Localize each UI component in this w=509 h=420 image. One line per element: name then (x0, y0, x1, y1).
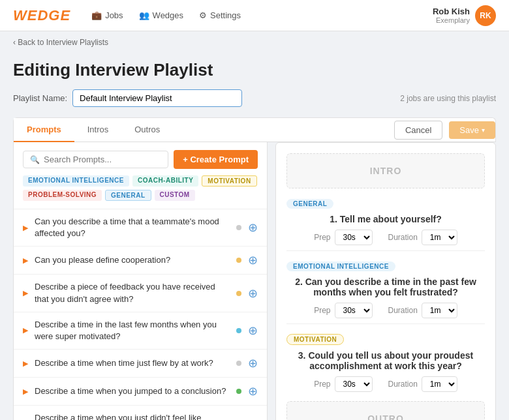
avatar[interactable]: RK (475, 5, 496, 26)
playlist-name-input[interactable] (72, 89, 242, 107)
search-icon: 🔍 (30, 155, 40, 164)
nav-link-jobs[interactable]: 💼 Jobs (91, 10, 123, 20)
logo: WEDGE (13, 7, 70, 24)
filter-tag-ge[interactable]: GENERAL (105, 190, 151, 201)
status-dot (236, 389, 241, 394)
play-button[interactable]: ▶ (23, 256, 28, 265)
prep-select[interactable]: 30s 1m (335, 303, 373, 318)
category-badge: GENERAL (286, 199, 333, 209)
prompt-text: Describe a time in the last few months w… (35, 319, 230, 342)
prompt-text: Describe a time when you just didn't fee… (35, 412, 230, 420)
briefcase-icon: 💼 (91, 10, 102, 20)
filter-tags: EMOTIONAL INTELLIGENCECOACH-ABILITYMOTIV… (23, 175, 258, 201)
duration-select[interactable]: 1m 2m (422, 230, 457, 245)
page-title: Editing Interview Playlist (13, 60, 496, 80)
status-dot (236, 291, 241, 296)
users-icon: 👥 (139, 10, 149, 20)
question-controls: Prep 30s 1m Duration 1m 2m (286, 376, 485, 392)
nav-links: 💼 Jobs 👥 Wedges ⚙ Settings (91, 10, 241, 20)
add-prompt-button[interactable]: ⊕ (248, 220, 258, 235)
prompt-text: Describe a piece of feedback you have re… (35, 281, 230, 305)
user-role: Exemplary (433, 16, 470, 24)
gear-icon: ⚙ (199, 10, 207, 20)
prompt-list: ▶ Can you describe a time that a teammat… (14, 209, 267, 420)
filter-tag-mo[interactable]: MOTIVATION (202, 175, 256, 187)
outro-placeholder: OUTRO (286, 401, 485, 420)
play-button[interactable]: ▶ (23, 387, 28, 396)
filter-tag-ca[interactable]: COACH-ABILITY (132, 175, 198, 187)
question-controls: Prep 30s 1m Duration 1m 2m (286, 230, 485, 245)
category-badge: MOTIVATION (286, 334, 344, 345)
divider (286, 250, 485, 251)
list-item: ▶ Describe a time in the last few months… (14, 312, 267, 350)
main-layout: 🔍 + Create Prompt EMOTIONAL INTELLIGENCE… (13, 142, 496, 420)
playlist-name-row: Playlist Name: 2 jobs are using this pla… (13, 89, 496, 107)
filter-tag-cu[interactable]: CUSTOM (155, 190, 195, 201)
prep-label: Prep (314, 306, 330, 315)
question-block: GENERAL 1. Tell me about yourself? Prep … (286, 198, 485, 251)
user-profile: Rob Kish Exemplary RK (433, 5, 496, 26)
filter-tag-ei[interactable]: EMOTIONAL INTELLIGENCE (23, 175, 129, 187)
prep-select[interactable]: 30s 1m (335, 376, 373, 392)
question-title: 3. Could you tell us about your proudest… (286, 350, 485, 371)
play-button[interactable]: ▶ (23, 224, 28, 232)
list-item: ▶ Can you please define cooperation? ⊕ (14, 247, 267, 275)
user-name: Rob Kish (433, 7, 470, 16)
prep-label: Prep (314, 380, 330, 389)
prep-select[interactable]: 30s 1m (335, 230, 373, 245)
tabs: Prompts Intros Outros (14, 118, 173, 142)
tab-outros[interactable]: Outros (121, 118, 173, 142)
nav-link-wedges[interactable]: 👥 Wedges (139, 10, 183, 20)
tab-prompts[interactable]: Prompts (14, 118, 74, 142)
intro-placeholder: INTRO (286, 153, 485, 188)
nav-link-settings[interactable]: ⚙ Settings (199, 10, 241, 20)
right-panel: INTRO GENERAL 1. Tell me about yourself?… (275, 142, 496, 420)
add-prompt-button[interactable]: ⊕ (248, 286, 258, 301)
questions-container: GENERAL 1. Tell me about yourself? Prep … (286, 198, 485, 401)
question-block: EMOTIONAL INTELLIGENCE 2. Can you descri… (286, 260, 485, 324)
status-dot (236, 225, 241, 230)
divider (286, 323, 485, 324)
play-button[interactable]: ▶ (23, 326, 28, 335)
status-dot (236, 328, 241, 333)
breadcrumb[interactable]: ‹ Back to Interview Playlists (0, 31, 509, 53)
duration-select[interactable]: 1m 2m (422, 303, 457, 318)
prep-label: Prep (314, 233, 330, 242)
top-navigation: WEDGE 💼 Jobs 👥 Wedges ⚙ Settings Rob Kis… (0, 0, 509, 31)
status-dot (236, 258, 241, 263)
question-title: 1. Tell me about yourself? (286, 214, 485, 224)
tabs-container: Prompts Intros Outros Cancel Save ▾ (13, 117, 496, 142)
duration-label: Duration (388, 306, 418, 315)
add-prompt-button[interactable]: ⊕ (248, 253, 258, 267)
add-prompt-button[interactable]: ⊕ (248, 356, 258, 370)
filter-tag-ps[interactable]: PROBLEM-SOLVING (23, 190, 102, 201)
playlist-name-label: Playlist Name: (13, 93, 67, 103)
question-title: 2. Can you describe a time in the past f… (286, 277, 485, 297)
list-item: ▶ Describe a piece of feedback you have … (14, 275, 267, 312)
prompt-text: Describe a time when you jumped to a con… (35, 385, 230, 397)
prompt-text: Describe a time when time just flew by a… (35, 357, 230, 369)
list-item: ▶ Describe a time when time just flew by… (14, 350, 267, 378)
play-button[interactable]: ▶ (23, 359, 28, 368)
jobs-info: 2 jobs are using this playlist (400, 94, 496, 103)
page-content: Editing Interview Playlist Playlist Name… (0, 60, 509, 420)
prompt-text: Can you describe a time that a teammate'… (35, 216, 230, 239)
list-item: ▶ Can you describe a time that a teammat… (14, 209, 267, 247)
add-prompt-button[interactable]: ⊕ (248, 417, 258, 420)
list-item: ▶ Describe a time when you just didn't f… (14, 406, 267, 420)
cancel-button[interactable]: Cancel (394, 121, 442, 140)
prompt-text: Can you please define cooperation? (35, 254, 230, 266)
search-wrap[interactable]: 🔍 (23, 151, 168, 168)
play-button[interactable]: ▶ (23, 289, 28, 297)
save-button[interactable]: Save ▾ (449, 121, 495, 139)
duration-label: Duration (388, 233, 418, 242)
add-prompt-button[interactable]: ⊕ (248, 323, 258, 338)
tab-intros[interactable]: Intros (74, 118, 122, 142)
question-controls: Prep 30s 1m Duration 1m 2m (286, 303, 485, 318)
add-prompt-button[interactable]: ⊕ (248, 384, 258, 398)
duration-select[interactable]: 1m 2m (422, 376, 457, 392)
chevron-down-icon: ▾ (482, 127, 485, 134)
search-input[interactable] (44, 155, 161, 164)
create-prompt-button[interactable]: + Create Prompt (174, 150, 258, 169)
question-block: MOTIVATION 3. Could you tell us about yo… (286, 333, 485, 392)
